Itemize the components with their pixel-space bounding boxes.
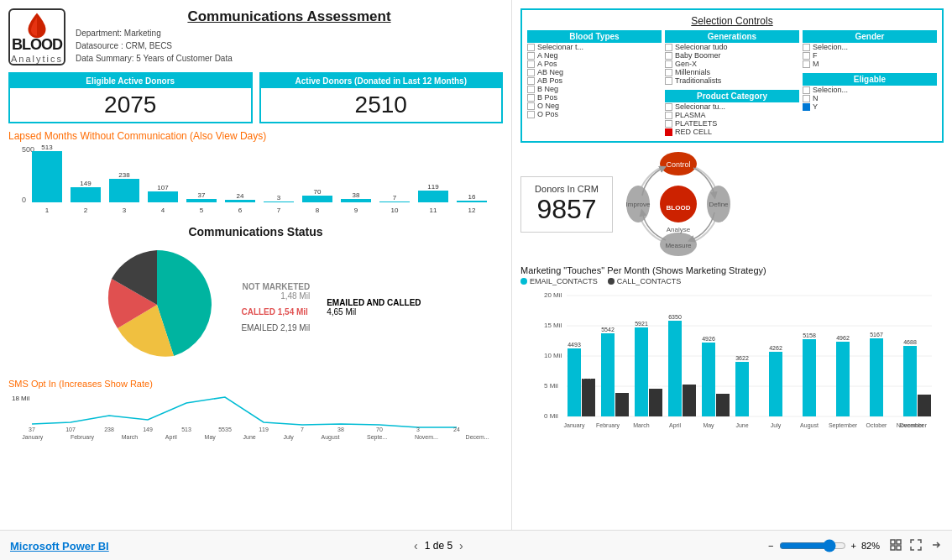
blood-type-checkbox-3[interactable]	[527, 60, 535, 68]
svg-text:11: 11	[430, 207, 437, 214]
svg-rect-11	[148, 191, 178, 202]
svg-text:8: 8	[316, 207, 320, 214]
blood-type-checkbox-7[interactable]	[527, 94, 535, 102]
svg-text:107: 107	[157, 184, 169, 191]
blood-type-checkbox-8[interactable]	[527, 102, 535, 110]
svg-text:4: 4	[161, 207, 165, 214]
svg-text:238: 238	[118, 171, 130, 179]
email-legend-label: EMAIL_CONTACTS	[530, 277, 598, 285]
generation-item[interactable]: Selecionar tudo	[665, 43, 799, 51]
svg-rect-89	[870, 338, 883, 416]
product-item[interactable]: Selecionar tu...	[665, 102, 799, 111]
gender-checkbox-3[interactable]	[803, 60, 810, 68]
svg-text:October: October	[866, 422, 888, 428]
gen-checkbox-1[interactable]	[665, 44, 672, 51]
generation-item[interactable]: Gen-X	[665, 60, 799, 68]
active-donors-kpi: Active Donors (Donated in Last 12 Months…	[259, 72, 504, 123]
gen-checkbox-2[interactable]	[665, 52, 672, 60]
svg-text:37: 37	[198, 191, 206, 199]
gender-item[interactable]: F	[803, 51, 937, 60]
blood-type-checkbox-5[interactable]	[527, 77, 535, 85]
eligible-item[interactable]: Selecion...	[803, 86, 937, 94]
blood-type-checkbox-1[interactable]	[527, 44, 535, 51]
blood-type-checkbox-6[interactable]	[527, 86, 535, 93]
blood-type-item[interactable]: A Pos	[527, 60, 662, 68]
donors-crm-label: Donors In CRM	[528, 184, 605, 194]
svg-text:3: 3	[123, 207, 127, 214]
blood-type-item[interactable]: AB Neg	[527, 68, 662, 76]
generation-item[interactable]: Millennials	[665, 68, 799, 76]
gender-item[interactable]: Selecion...	[803, 43, 937, 51]
gen-checkbox-3[interactable]	[665, 60, 672, 68]
eligible-checkbox-n[interactable]	[803, 95, 810, 102]
product-checkbox-2[interactable]	[665, 112, 672, 119]
eligible-item[interactable]: N	[803, 94, 937, 102]
svg-text:5 Mil: 5 Mil	[544, 382, 558, 390]
blood-type-item[interactable]: O Neg	[527, 102, 662, 110]
lapsed-bar-chart: 500 0 513 1 149 2 238 3	[8, 144, 495, 215]
product-checkbox-3[interactable]	[665, 120, 672, 128]
svg-text:Analyse: Analyse	[667, 226, 691, 233]
svg-text:April: April	[669, 422, 681, 429]
svg-text:149: 149	[80, 180, 92, 187]
blood-type-item[interactable]: AB Pos	[527, 76, 662, 85]
blood-type-checkbox-2[interactable]	[527, 52, 535, 60]
blood-type-item[interactable]: A Neg	[527, 51, 662, 60]
svg-text:0 Mil: 0 Mil	[544, 412, 558, 420]
left-panel: BLOOD Analytics Communications Assessmen…	[0, 0, 512, 530]
blood-type-item[interactable]: B Pos	[527, 93, 662, 102]
powerbi-branding[interactable]: Microsoft Power BI	[10, 538, 109, 553]
logo-text-normal: Analytics	[11, 54, 63, 64]
lapsed-chart-section: Lapsed Months Without Communication (Als…	[8, 130, 503, 218]
kpi-row: Eligible Active Donors 2075 Active Donor…	[8, 72, 503, 123]
svg-text:7: 7	[393, 194, 397, 201]
share-button[interactable]	[930, 539, 942, 552]
blood-type-checkbox-4[interactable]	[527, 69, 535, 76]
generation-item[interactable]: Traditionalists	[665, 76, 799, 85]
svg-text:238: 238	[104, 427, 114, 432]
powerbi-link[interactable]: Microsoft Power BI	[10, 540, 109, 552]
eligible-item[interactable]: Y	[803, 102, 937, 111]
prev-page-button[interactable]: ‹	[414, 539, 418, 552]
product-item[interactable]: PLATELETS	[665, 119, 799, 128]
svg-text:5535: 5535	[218, 427, 232, 432]
zoom-slider[interactable]	[779, 539, 846, 552]
svg-text:5167: 5167	[870, 332, 883, 338]
report-title: Communications Assessment	[76, 8, 503, 25]
svg-text:Measure: Measure	[665, 242, 692, 249]
marketing-touches-section: Marketing "Touches" Per Month (Shows Mar…	[520, 265, 944, 521]
svg-text:January: January	[564, 422, 585, 429]
generations-column: Generations Selecionar tudo Baby Boomer …	[665, 30, 799, 136]
svg-rect-14	[186, 199, 217, 202]
call-legend-label: CALL_CONTACTS	[617, 277, 681, 285]
eligible-checkbox-y[interactable]	[803, 103, 810, 111]
next-page-button[interactable]: ›	[459, 539, 463, 552]
zoom-minus-button[interactable]: −	[768, 541, 773, 551]
svg-rect-87	[803, 339, 816, 416]
svg-text:16: 16	[468, 193, 476, 201]
blood-type-item[interactable]: O Pos	[527, 110, 662, 118]
blood-type-item[interactable]: Selecionar t...	[527, 43, 662, 51]
gender-checkbox-1[interactable]	[803, 44, 810, 51]
zoom-plus-button[interactable]: +	[851, 541, 856, 551]
gender-checkbox-2[interactable]	[803, 52, 810, 60]
generation-item[interactable]: Baby Boomer	[665, 51, 799, 60]
eligible-checkbox-1[interactable]	[803, 86, 810, 94]
blood-type-item[interactable]: B Neg	[527, 85, 662, 93]
gender-item[interactable]: M	[803, 60, 937, 68]
gen-checkbox-4[interactable]	[665, 69, 672, 76]
product-checkbox-4[interactable]	[665, 128, 672, 136]
gender-eligible-column: Gender Selecion... F M Eligable Selecion…	[803, 30, 937, 136]
svg-text:March: March	[633, 422, 650, 428]
svg-rect-88	[836, 342, 850, 416]
product-checkbox-1[interactable]	[665, 103, 672, 111]
fit-page-button[interactable]	[890, 539, 902, 552]
product-item[interactable]: PLASMA	[665, 111, 799, 119]
gen-checkbox-5[interactable]	[665, 77, 672, 85]
svg-text:June: June	[735, 422, 748, 428]
svg-text:5158: 5158	[803, 332, 816, 338]
blood-type-checkbox-9[interactable]	[527, 111, 535, 118]
fullscreen-button[interactable]	[910, 539, 922, 552]
product-item[interactable]: RED CELL	[665, 128, 799, 136]
svg-text:4262: 4262	[769, 345, 782, 351]
